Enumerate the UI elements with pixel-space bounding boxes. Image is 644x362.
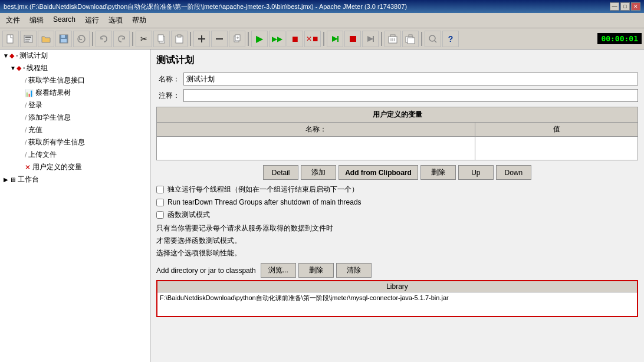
tree-label-upload: 上传文件: [28, 150, 57, 160]
clear-classpath-button[interactable]: 清除: [336, 263, 372, 278]
window-controls: — □ ✕: [610, 2, 640, 11]
svg-rect-6: [61, 35, 65, 38]
login-icon: /: [25, 101, 27, 110]
user-vars-title: 用户定义的变量: [156, 107, 638, 122]
tree-expand-test-plan[interactable]: ▼: [2, 52, 9, 59]
menu-search[interactable]: Search: [50, 14, 79, 27]
svg-marker-20: [332, 36, 338, 42]
var-value-cell[interactable]: [475, 137, 638, 160]
tree-label-view-result: 察看结果树: [35, 88, 71, 98]
add-button[interactable]: [193, 31, 210, 47]
desc-text-3: 选择这个选项很影响性能。: [156, 248, 638, 258]
library-table: Library F:\BaiduNetdiskDownload\python自动…: [156, 280, 638, 317]
clear-button[interactable]: [385, 31, 401, 47]
add-clipboard-button[interactable]: Add from Clipboard: [339, 165, 418, 180]
stop-button[interactable]: ⏹: [287, 31, 303, 47]
tree-item-thread-group[interactable]: ▼ ◆ • 线程组: [0, 62, 150, 74]
comment-input[interactable]: [183, 89, 638, 102]
play-button[interactable]: ▶: [251, 31, 268, 47]
delete-var-button[interactable]: 删除: [420, 165, 456, 180]
tree-item-workbench[interactable]: ▶ 🖥 工作台: [0, 173, 150, 186]
tree-label-thread-group: 线程组: [27, 63, 48, 73]
functional-checkbox[interactable]: [156, 211, 164, 219]
name-row: 名称：: [156, 73, 638, 85]
svg-point-8: [78, 35, 85, 42]
separator-7: [421, 32, 422, 46]
copy-button[interactable]: [153, 31, 170, 47]
minimize-button[interactable]: —: [610, 2, 619, 11]
classpath-label: Add directory or jar to classpath: [156, 266, 256, 275]
panel-title: 测试计划: [156, 54, 638, 67]
name-input[interactable]: [183, 73, 638, 85]
templates-button[interactable]: [20, 31, 37, 47]
workbench-icon: 🖥: [9, 176, 16, 183]
tree-item-recharge[interactable]: / 充值: [0, 124, 150, 136]
tree-label-add-student: 添加学生信息: [28, 113, 71, 123]
separator-3: [190, 32, 191, 46]
close-button[interactable]: ✕: [631, 2, 640, 11]
tree-panel: ▼ ◆ • 测试计划 ▼ ◆ • 线程组 / 获取学生信息接口 📊 察看结果树 …: [0, 50, 150, 362]
tree-item-fetch-all[interactable]: / 获取所有学生信息: [0, 136, 150, 149]
revert-button[interactable]: [73, 31, 90, 47]
table-row: [157, 137, 638, 160]
up-button[interactable]: Up: [458, 165, 494, 180]
duplicate-button[interactable]: [229, 31, 245, 47]
add-var-button[interactable]: 添加: [301, 165, 336, 180]
remote-stop-button[interactable]: [344, 31, 361, 47]
new-button[interactable]: [2, 31, 19, 47]
window-title: best.jmx (F:\BaiduNetdiskDownload\python…: [4, 2, 407, 11]
menu-edit[interactable]: 编辑: [26, 14, 47, 27]
shutdown-button[interactable]: ✕⏹: [304, 31, 321, 47]
comment-label: 注释：: [156, 91, 180, 101]
separator-2: [132, 32, 133, 46]
http-icon: /: [25, 77, 27, 85]
menu-run[interactable]: 运行: [81, 14, 103, 27]
teardown-checkbox[interactable]: [156, 199, 164, 206]
var-name-cell[interactable]: [157, 137, 475, 160]
tree-item-view-result[interactable]: 📊 察看结果树: [0, 87, 150, 99]
remote-shutdown-button[interactable]: [362, 31, 379, 47]
save-button[interactable]: [55, 31, 72, 47]
tree-label-recharge: 充值: [28, 125, 42, 135]
independent-label: 独立运行每个线程组（例如在一个组运行结束后启动下一个）: [167, 185, 359, 195]
remote-start-button[interactable]: [327, 31, 343, 47]
play-no-pause-button[interactable]: ▶▶: [269, 31, 285, 47]
redo-button[interactable]: [113, 31, 130, 47]
svg-rect-27: [390, 35, 395, 37]
tree-label-fetch-student: 获取学生信息接口: [28, 75, 85, 85]
clear-all-button[interactable]: [402, 31, 419, 47]
add-student-icon: /: [25, 114, 27, 122]
remove-button[interactable]: [211, 31, 228, 47]
tree-item-test-plan[interactable]: ▼ ◆ • 测试计划: [0, 50, 150, 62]
maximize-button[interactable]: □: [620, 2, 630, 11]
cut-button[interactable]: ✂: [136, 31, 152, 47]
svg-rect-33: [409, 35, 412, 37]
svg-rect-12: [178, 35, 181, 37]
detail-button[interactable]: Detail: [263, 165, 298, 180]
independent-checkbox[interactable]: [156, 186, 164, 193]
tree-item-upload[interactable]: / 上传文件: [0, 149, 150, 161]
menu-options[interactable]: 选项: [105, 14, 126, 27]
tree-expand-workbench[interactable]: ▶: [2, 176, 9, 183]
tree-item-user-vars[interactable]: ✕ 用户定义的变量: [0, 161, 150, 173]
library-row-2[interactable]: [157, 304, 637, 316]
down-button[interactable]: Down: [496, 165, 531, 180]
tree-expand-thread-group[interactable]: ▼: [9, 65, 17, 71]
tree-item-login[interactable]: / 登录: [0, 99, 150, 111]
open-button[interactable]: [38, 31, 54, 47]
library-row-1[interactable]: F:\BaiduNetdiskDownload\python自动化课前准备\第一…: [157, 292, 637, 304]
paste-button[interactable]: [171, 31, 188, 47]
delete-classpath-button[interactable]: 删除: [298, 263, 334, 278]
cb2-row: Run tearDown Thread Groups after shutdow…: [156, 198, 638, 206]
undo-button[interactable]: [96, 31, 112, 47]
help-toolbar-button[interactable]: ?: [442, 31, 459, 47]
desc-text-1: 只有当你需要记录每个请求从服务器取得的数据到文件时: [156, 223, 638, 233]
tree-label-test-plan: 测试计划: [19, 51, 48, 61]
menu-help[interactable]: 帮助: [129, 14, 150, 27]
browse-button[interactable]: 浏览...: [261, 263, 296, 278]
thread-group-dot-icon: ◆: [17, 64, 21, 72]
tree-item-add-student[interactable]: / 添加学生信息: [0, 111, 150, 124]
search-toolbar-button[interactable]: [425, 31, 441, 47]
tree-item-fetch-student[interactable]: / 获取学生信息接口: [0, 74, 150, 87]
menu-file[interactable]: 文件: [2, 14, 24, 27]
